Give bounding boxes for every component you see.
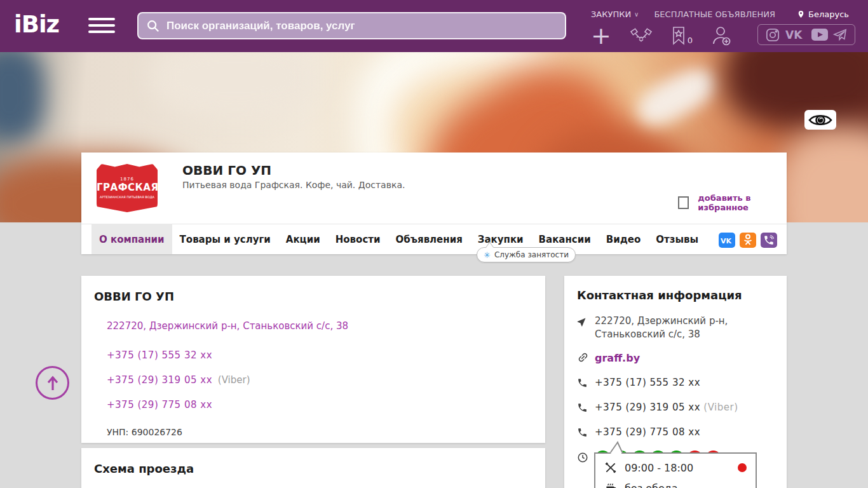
vk-icon[interactable]: VK: [785, 29, 806, 41]
vacancies-tooltip: ✳ Служба занятости: [477, 247, 576, 262]
tab-news[interactable]: Новости: [328, 224, 388, 254]
add-to-favorites[interactable]: добавить в избранное: [678, 193, 787, 212]
phone-note: (Viber): [703, 402, 738, 413]
favorite-label: добавить в избранное: [698, 193, 787, 212]
contact-title: Контактная информация: [577, 288, 774, 302]
website-row: graff.by: [577, 350, 774, 367]
handshake-icon[interactable]: [630, 26, 652, 45]
phone-link[interactable]: +375 (29) 775 08 xx: [107, 399, 212, 410]
lunch-info: без обеда: [625, 482, 678, 488]
link-icon: [577, 350, 595, 367]
clock-icon: [577, 451, 595, 467]
employment-service-icon: ✳: [484, 250, 491, 260]
contact-phone-row: +375 (29) 319 05 xx (Viber): [577, 401, 774, 417]
work-hours: 09:00 - 18:00: [625, 462, 693, 474]
tab-about[interactable]: О компании: [92, 224, 172, 254]
about-company-card: ОВВИ ГО УП 222720, Дзержинский р-н, Стан…: [81, 276, 545, 443]
phone-icon: [577, 401, 595, 417]
website-link[interactable]: graff.by: [595, 351, 640, 365]
odnoklassniki-icon[interactable]: [740, 233, 756, 248]
company-description: Питьевая вода Графская. Кофе, чай. Доста…: [182, 180, 405, 190]
youtube-icon[interactable]: [811, 29, 828, 41]
work-hours-icon: [604, 461, 617, 474]
schedule-tooltip: 09:00 - 18:00 без обеда: [594, 452, 757, 488]
svg-text:VK: VK: [721, 237, 732, 244]
phone-icon: [577, 376, 595, 392]
bookmark-star-icon: [671, 26, 686, 45]
bookmark-count: 0: [688, 36, 693, 45]
phone-link[interactable]: +375 (17) 555 32 xx: [595, 377, 700, 388]
phone-link[interactable]: +375 (29) 319 05 xx: [107, 374, 212, 386]
favorite-checkbox[interactable]: [678, 196, 689, 209]
search-input[interactable]: [166, 20, 557, 32]
company-logo[interactable]: 1876 ГРАФСКАЯ АРТЕЗИАНСКАЯ ПИТЬЕВАЯ ВОДА: [97, 164, 158, 212]
viber-share-icon[interactable]: [761, 233, 777, 248]
company-name: ОВВИ ГО УП: [182, 163, 271, 178]
map-card: Схема проезда: [81, 448, 545, 488]
nav-free-ads[interactable]: БЕСПЛАТНЫЕ ОБЪЯВЛЕНИЯ: [654, 10, 775, 19]
company-unp: УНП: 690026726: [107, 427, 532, 437]
phone-link[interactable]: +375 (17) 555 32 xx: [107, 349, 212, 361]
contact-info-card: Контактная информация 222720, Дзержински…: [564, 276, 787, 488]
site-logo[interactable]: iBiz: [14, 11, 59, 38]
tab-video[interactable]: Видео: [599, 224, 649, 254]
phone-row: +375 (17) 555 32 xx: [107, 349, 532, 361]
search-icon: [146, 19, 160, 33]
accessibility-eye-button[interactable]: [804, 110, 836, 130]
hamburger-menu-icon[interactable]: [88, 18, 115, 36]
contact-phone-row: +375 (17) 555 32 xx: [577, 376, 774, 392]
phone-note: (Viber): [218, 374, 250, 386]
company-address-link[interactable]: 222720, Дзержинский р-н, Станьковский с/…: [107, 320, 348, 332]
top-header: iBiz ЗАКУПКИ ∨ БЕСПЛАТНЫЕ ОБЪЯВЛЕНИЯ Бел…: [0, 0, 868, 52]
nav-zakupki[interactable]: ЗАКУПКИ ∨: [591, 10, 639, 19]
search-bar[interactable]: [137, 12, 566, 39]
tab-reviews[interactable]: Отзывы: [648, 224, 706, 254]
navigation-arrow-icon: [577, 315, 595, 330]
tab-ads[interactable]: Объявления: [388, 224, 470, 254]
company-social-links: VK: [719, 233, 777, 248]
profile-add-button[interactable]: [712, 25, 731, 46]
phone-row: +375 (29) 775 08 xx: [107, 399, 532, 410]
contact-address: 222720, Дзержинский р-н, Станьковский с/…: [595, 315, 774, 341]
contact-phone-row: +375 (29) 775 08 xx: [577, 426, 774, 442]
location-pin-icon: [797, 10, 805, 19]
phone-icon: [577, 426, 595, 442]
svg-text:VK: VK: [785, 29, 803, 41]
geo-selector[interactable]: Беларусь: [797, 10, 849, 19]
contact-address-row: 222720, Дзержинский р-н, Станьковский с/…: [577, 315, 774, 341]
user-add-icon: [712, 25, 731, 46]
scroll-to-top-button[interactable]: [36, 366, 69, 400]
bookmarks-button[interactable]: 0: [671, 26, 693, 45]
header-social-links: VK: [757, 24, 855, 45]
vk-share-icon[interactable]: VK: [719, 233, 735, 248]
add-company-button[interactable]: +: [591, 26, 611, 45]
eye-icon: [808, 112, 832, 128]
instagram-icon[interactable]: [766, 28, 780, 42]
lunch-coffee-icon: [604, 482, 617, 488]
chevron-down-icon: ∨: [634, 11, 639, 18]
company-header-card: 1876 ГРАФСКАЯ АРТЕЗИАНСКАЯ ПИТЬЕВАЯ ВОДА…: [81, 152, 787, 254]
phone-link[interactable]: +375 (29) 319 05 xx: [595, 402, 700, 413]
about-title: ОВВИ ГО УП: [94, 290, 532, 303]
tab-promos[interactable]: Акции: [278, 224, 328, 254]
telegram-icon[interactable]: [833, 29, 847, 41]
tab-products[interactable]: Товары и услуги: [172, 224, 278, 254]
map-title: Схема проезда: [94, 462, 532, 475]
arrow-up-icon: [45, 374, 60, 392]
company-tabs: О компании Товары и услуги Акции Новости…: [81, 224, 787, 254]
closed-now-indicator: [738, 463, 747, 472]
phone-link[interactable]: +375 (29) 775 08 xx: [595, 426, 700, 438]
phone-row: +375 (29) 319 05 xx (Viber): [107, 374, 532, 386]
